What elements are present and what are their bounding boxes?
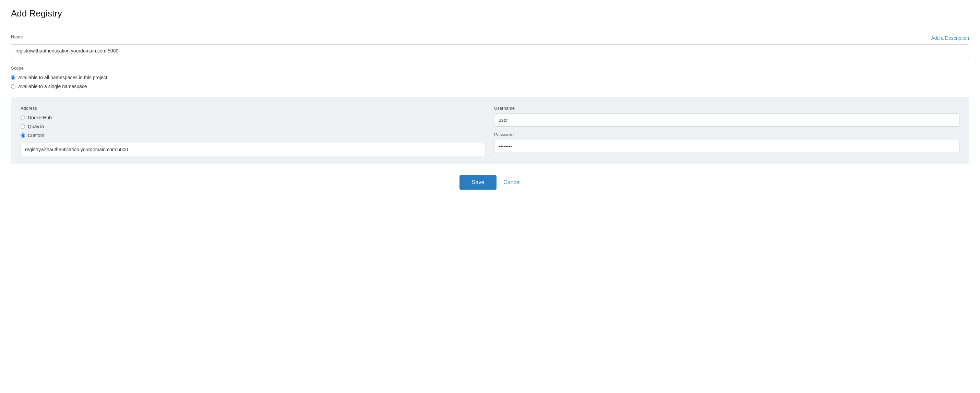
password-input[interactable] — [494, 140, 959, 153]
scope-all-namespaces-option[interactable]: Available to all namespaces in this proj… — [11, 75, 969, 80]
title-divider — [11, 26, 969, 26]
username-input[interactable] — [494, 113, 959, 127]
address-label: Address — [21, 106, 486, 111]
dockerhub-radio[interactable] — [21, 116, 25, 120]
custom-label: Custom: — [28, 133, 46, 138]
address-right: Username Password — [494, 106, 959, 156]
username-label: Username — [494, 106, 959, 111]
scope-all-namespaces-radio[interactable] — [11, 75, 16, 80]
add-description-link[interactable]: Add a Description — [931, 35, 969, 41]
name-label: Name — [11, 34, 23, 40]
scope-single-namespace-radio[interactable] — [11, 84, 16, 89]
actions: Save Cancel — [11, 175, 969, 189]
scope-section: Scope Available to all namespaces in thi… — [11, 65, 969, 89]
scope-single-namespace-label: Available to a single namespace — [18, 84, 87, 89]
password-label: Password — [494, 132, 959, 137]
name-input[interactable] — [11, 44, 969, 57]
address-grid: Address DockerHub Quay.io Custom: — [21, 106, 959, 156]
quayio-option[interactable]: Quay.io — [21, 124, 486, 129]
scope-all-namespaces-label: Available to all namespaces in this proj… — [18, 75, 107, 80]
scope-label: Scope — [11, 65, 969, 71]
page-title: Add Registry — [11, 8, 969, 19]
address-section: Address DockerHub Quay.io Custom: — [11, 97, 969, 164]
custom-input-wrapper — [21, 143, 486, 156]
custom-radio[interactable] — [21, 134, 25, 138]
custom-address-input[interactable] — [21, 143, 486, 156]
quayio-radio[interactable] — [21, 124, 25, 129]
dockerhub-option[interactable]: DockerHub — [21, 115, 486, 120]
scope-single-namespace-option[interactable]: Available to a single namespace — [11, 84, 969, 89]
custom-option[interactable]: Custom: — [21, 133, 486, 138]
save-button[interactable]: Save — [460, 175, 496, 189]
address-options: DockerHub Quay.io Custom: — [21, 115, 486, 138]
name-row: Name Add a Description — [11, 34, 969, 41]
cancel-link[interactable]: Cancel — [503, 179, 520, 186]
address-left: Address DockerHub Quay.io Custom: — [21, 106, 486, 156]
quayio-label: Quay.io — [28, 124, 44, 129]
dockerhub-label: DockerHub — [28, 115, 52, 120]
